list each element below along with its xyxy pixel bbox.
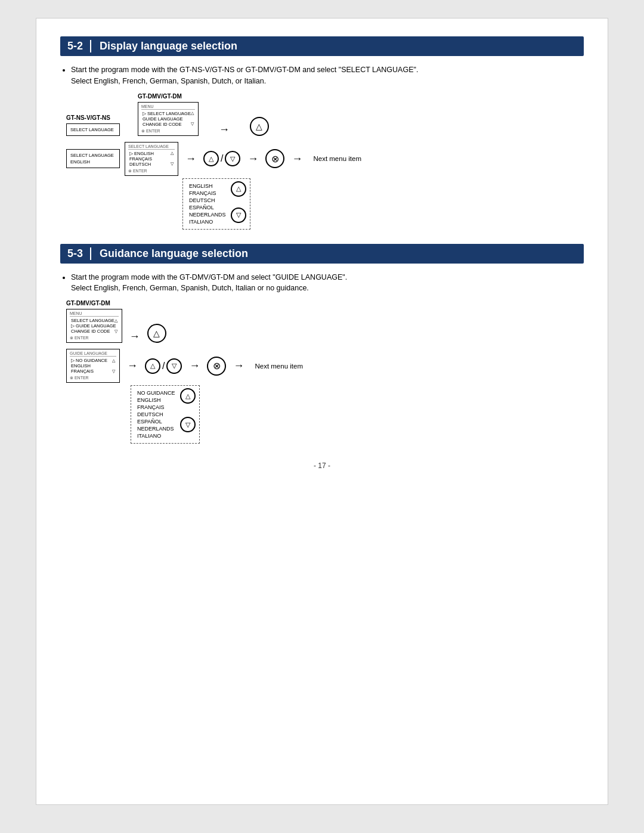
up-button-53-2[interactable]: △ — [145, 358, 160, 374]
dm-select-item3: DEUTSCH▽ — [128, 162, 175, 167]
section-52-intro-line1: Start the program mode with the GT-NS-V/… — [71, 66, 418, 74]
page-number: - 17 - — [60, 462, 584, 470]
section-53-row2: GUIDE LANGUAGE ▷ NO GUIDANCE△ ENGLISH FR… — [66, 349, 584, 383]
dm-select-lang-panel: SELECT LANGUAGE ▷ ENGLISH△ FRANÇAIS DEUT… — [125, 142, 178, 176]
dm53-menu-item1: SELECT LANGUAGE△ — [70, 318, 119, 323]
arrow-2: → — [183, 153, 199, 165]
arrow-1: → — [216, 123, 232, 136]
section-53-diagrams: GT-DMV/GT-DM MENU SELECT LANGUAGE△ ▷ GUI… — [66, 300, 584, 444]
section-52-intro-line2: Select English, French, German, Spanish,… — [71, 77, 266, 85]
ns-column: GT-NS-V/GT-NS SELECT LANGUAGE — [66, 114, 120, 136]
arrow-53-3: → — [187, 360, 202, 372]
lang-box-updown: △ ▽ — [231, 181, 246, 223]
section-53-header: 5-3 Guidance language selection — [60, 244, 584, 264]
section-53-row1: GT-DMV/GT-DM MENU SELECT LANGUAGE△ ▷ GUI… — [66, 300, 584, 343]
ns-panel-line1: SELECT LANGUAGE — [70, 126, 116, 133]
dm-menu-title: MENU — [141, 104, 195, 110]
dm53-guide-item3: FRANÇAIS▽ — [70, 368, 116, 374]
section-52-title: Display language selection — [100, 40, 237, 52]
enter-button[interactable]: ⊗ — [265, 149, 284, 168]
ns-line2: ENGLISH — [70, 159, 116, 165]
section-53-intro-line1: Start the program mode with the GT-DMV/G… — [71, 273, 347, 281]
dm-menu-panel: MENU ▷ SELECT LANGUAGE△ GUIDE LANGUAGE C… — [138, 102, 199, 136]
dm53-menu-item2: ▷ GUIDE LANGUAGE — [70, 323, 119, 329]
dm53-label: GT-DMV/GT-DM — [66, 300, 122, 306]
section-52-intro: Start the program mode with the GT-NS-V/… — [60, 64, 584, 87]
down-button-53-2[interactable]: ▽ — [166, 358, 182, 374]
ns-label: GT-NS-V/GT-NS — [66, 114, 120, 121]
dm53-guide-item2: ENGLISH — [70, 363, 116, 368]
guide-lang-item-3: DEUTSCH — [137, 411, 175, 418]
up-button-2[interactable]: △ — [203, 151, 219, 166]
guide-lang-item-1: ENGLISH — [137, 397, 175, 404]
up-button-1[interactable]: △ — [250, 117, 269, 136]
dm53-menu-title: MENU — [70, 311, 119, 317]
section-52-row1: GT-NS-V/GT-NS SELECT LANGUAGE GT-DMV/GT-… — [66, 93, 584, 136]
dm-menu-enter: ⊗ ENTER — [141, 129, 195, 134]
section-53-number: 5-3 — [67, 247, 91, 260]
up-button-53-1[interactable]: △ — [147, 324, 166, 343]
dm53-menu-enter: ⊗ ENTER — [70, 336, 119, 340]
lang-box-down[interactable]: ▽ — [231, 208, 246, 223]
lang-item-5: NEDERLANDS — [189, 211, 226, 218]
dm-select-item2: FRANÇAIS — [128, 156, 175, 162]
lang-item-4: ESPAÑOL — [189, 204, 226, 211]
section-53-lang-box-row: NO GUIDANCE ENGLISH FRANÇAIS DEUTSCH ESP… — [131, 385, 584, 444]
enter-button-53[interactable]: ⊗ — [207, 357, 226, 376]
ns-select-english-col: SELECT LANGUAGE ENGLISH — [66, 149, 120, 168]
lang-box-up[interactable]: △ — [231, 181, 246, 197]
arrow-3: → — [245, 153, 261, 165]
guide-lang-box-down[interactable]: ▽ — [180, 417, 196, 432]
arrow-4: → — [289, 153, 305, 165]
lang-selection-box-52: ENGLISH FRANÇAIS DEUTSCH ESPAÑOL NEDERLA… — [182, 178, 250, 230]
updown-pair-53: △ / ▽ — [145, 358, 182, 374]
section-52-lang-box-row: ENGLISH FRANÇAIS DEUTSCH ESPAÑOL NEDERLA… — [182, 178, 584, 230]
slash-divider: / — [220, 153, 224, 164]
lang-item-6: ITALIANO — [189, 218, 226, 225]
section-52-diagrams: GT-NS-V/GT-NS SELECT LANGUAGE GT-DMV/GT-… — [66, 93, 584, 230]
dm-column: GT-DMV/GT-DM MENU ▷ SELECT LANGUAGE△ GUI… — [138, 93, 199, 136]
dm53-guide-title: GUIDE LANGUAGE — [70, 351, 116, 357]
lang-item-1: ENGLISH — [189, 182, 226, 190]
guide-lang-item-5: NEDERLANDS — [137, 425, 175, 432]
slash-53: / — [162, 361, 165, 371]
section-53-intro-line2: Select English, French, German, Spanish,… — [71, 284, 309, 292]
dm53-guide-lang-panel: GUIDE LANGUAGE ▷ NO GUIDANCE△ ENGLISH FR… — [66, 349, 120, 383]
guide-lang-box-up[interactable]: △ — [180, 388, 196, 404]
dm53-menu-item3: CHANGE ID CODE▽ — [70, 329, 119, 334]
guide-lang-box-updown: △ ▽ — [180, 388, 196, 432]
dm-select-enter: ⊗ ENTER — [128, 169, 175, 174]
main-page: 5-2 Display language selection Start the… — [36, 18, 608, 805]
dm53-guide-item1: ▷ NO GUIDANCE△ — [70, 358, 116, 363]
section-52-number: 5-2 — [67, 40, 91, 52]
ns-line1: SELECT LANGUAGE — [70, 152, 116, 159]
dm-label: GT-DMV/GT-DM — [138, 93, 199, 100]
dm-menu-item3: CHANGE ID CODE▽ — [141, 122, 195, 127]
lang-item-3: DEUTSCH — [189, 197, 226, 204]
dm53-menu-panel: MENU SELECT LANGUAGE△ ▷ GUIDE LANGUAGE C… — [66, 309, 122, 343]
down-button-2[interactable]: ▽ — [225, 151, 240, 166]
arrow-53-2: → — [125, 360, 140, 372]
dm53-guide-enter: ⊗ ENTER — [70, 376, 116, 380]
lang-selection-box-53: NO GUIDANCE ENGLISH FRANÇAIS DEUTSCH ESP… — [131, 385, 200, 444]
dm-menu-item1: ▷ SELECT LANGUAGE△ — [141, 111, 195, 116]
section-52-row2: SELECT LANGUAGE ENGLISH SELECT LANGUAGE … — [66, 142, 584, 176]
lang-item-2: FRANÇAIS — [189, 190, 226, 197]
arrow-53-4: → — [231, 360, 246, 372]
guide-lang-item-2: FRANÇAIS — [137, 404, 175, 411]
section-52-header: 5-2 Display language selection — [60, 36, 584, 56]
next-menu-item-label-53: Next menu item — [255, 363, 303, 370]
dm-select-item1: ▷ ENGLISH△ — [128, 151, 175, 156]
guide-lang-item-4: ESPAÑOL — [137, 418, 175, 425]
section-53-title: Guidance language selection — [100, 247, 248, 260]
guide-lang-item-0: NO GUIDANCE — [137, 389, 175, 397]
updown-pair: △ / ▽ — [203, 151, 240, 166]
next-menu-item-label-52: Next menu item — [313, 155, 361, 162]
arrow-53-1: → — [127, 330, 143, 343]
dm53-col: GT-DMV/GT-DM MENU SELECT LANGUAGE△ ▷ GUI… — [66, 300, 122, 343]
guide-lang-item-6: ITALIANO — [137, 432, 175, 439]
section-53-intro: Start the program mode with the GT-DMV/G… — [60, 272, 584, 295]
dm-select-title: SELECT LANGUAGE — [128, 144, 175, 150]
ns-select-lang-panel: SELECT LANGUAGE — [66, 123, 120, 136]
dm-menu-item2: GUIDE LANGUAGE — [141, 116, 195, 122]
